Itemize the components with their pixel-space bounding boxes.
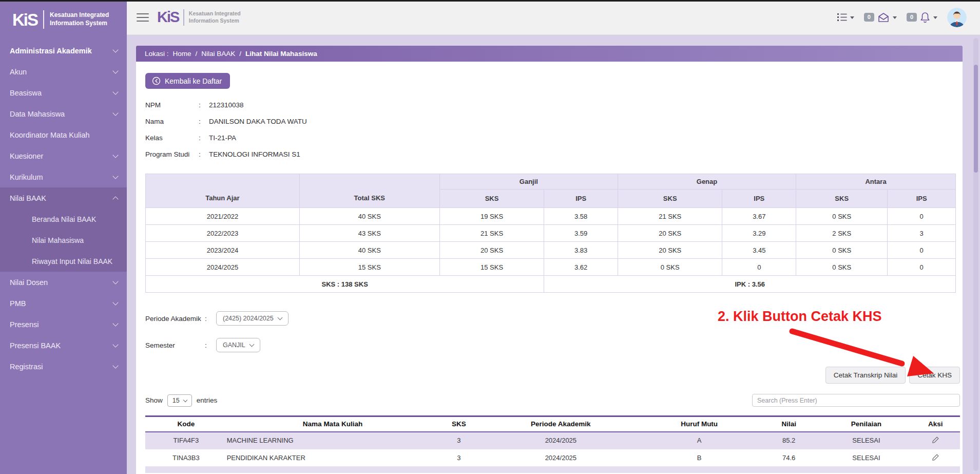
- courses-table: Kode Nama Mata Kuliah SKS Periode Akadem…: [145, 415, 960, 467]
- summary-row: 2022/202343 SKS 21 SKS3.59 20 SKS3.29 2 …: [146, 225, 956, 242]
- sidebar-item-kurikulum[interactable]: Kurikulum: [0, 166, 127, 187]
- chevron-down-icon: [850, 16, 854, 19]
- sidebar-menu: Administrasi Akademik Akun Beasiswa Data…: [0, 35, 127, 377]
- bell-icon: [920, 12, 930, 23]
- breadcrumb-home[interactable]: Home: [173, 50, 191, 58]
- info-row-npm: NPM : 212310038: [145, 97, 960, 113]
- breadcrumb-nilai-baak[interactable]: Nilai BAAK: [201, 50, 235, 58]
- sidebar-logo: KiS Kesatuan Integrated Information Syst…: [0, 0, 127, 35]
- breadcrumb: Lokasi : Home / Nilai BAAK / Lihat Nilai…: [136, 46, 963, 62]
- sidebar-item-beranda-nilai-baak[interactable]: Beranda Nilai BAAK: [0, 208, 127, 230]
- gpa-summary-table: Tahun Ajar Total SKS Ganjil Genap Antara…: [145, 174, 956, 293]
- back-to-list-button[interactable]: Kembali ke Daftar: [145, 73, 230, 89]
- semester-select[interactable]: GANJIL: [216, 338, 260, 352]
- sidebar: KiS Kesatuan Integrated Information Syst…: [0, 0, 127, 474]
- cetak-khs-button[interactable]: Cetak KHS: [909, 367, 960, 384]
- chevron-down-icon: [249, 342, 254, 347]
- sidebar-item-akun[interactable]: Akun: [0, 61, 127, 82]
- info-row-nama: Nama : DANILSON DAKA TODA WATU: [145, 113, 960, 129]
- task-list-menu[interactable]: [837, 13, 854, 22]
- scrollbar-thumb[interactable]: [974, 65, 978, 173]
- col-genap-ips: IPS: [722, 189, 796, 208]
- app-tagline: Kesatuan Integrated Information System: [50, 11, 109, 27]
- sidebar-item-pmb[interactable]: PMB: [0, 293, 127, 314]
- messages-count-badge: 0: [864, 13, 874, 22]
- envelope-icon: [877, 12, 890, 23]
- summary-row: 2023/202440 SKS 20 SKS3.83 20 SKS3.45 0 …: [146, 242, 956, 259]
- ipk-footer: IPK : 3.56: [544, 276, 956, 293]
- search-input[interactable]: [752, 394, 960, 407]
- pencil-icon: [932, 453, 939, 461]
- hamburger-menu-icon[interactable]: [137, 11, 149, 24]
- periode-akademik-select[interactable]: (2425) 2024/2025: [216, 311, 289, 326]
- breadcrumb-prefix: Lokasi :: [145, 50, 169, 58]
- pencil-icon: [932, 436, 939, 444]
- header-actions: 0 0: [837, 8, 980, 27]
- sidebar-item-nilai-mahasiswa[interactable]: Nilai Mahasiswa: [0, 230, 127, 251]
- nama-value: DANILSON DAKA TODA WATU: [209, 118, 307, 125]
- page-size-select[interactable]: 15: [167, 394, 192, 407]
- next-row-clipped: [145, 467, 960, 473]
- chevron-down-icon: [893, 16, 897, 19]
- messages-menu[interactable]: 0: [864, 12, 897, 23]
- sidebar-item-presensi[interactable]: Presensi: [0, 314, 127, 335]
- chevron-down-icon: [112, 363, 118, 368]
- sidebar-item-registrasi[interactable]: Registrasi: [0, 356, 127, 377]
- group-ganjil: Ganjil: [439, 174, 618, 189]
- npm-value: 212310038: [209, 101, 244, 109]
- edit-grade-button[interactable]: [931, 435, 940, 446]
- notifications-menu[interactable]: 0: [907, 12, 937, 23]
- edit-grade-button[interactable]: [931, 452, 940, 464]
- chevron-down-icon: [933, 16, 937, 19]
- col-tahun-ajar: Tahun Ajar: [146, 174, 300, 208]
- chevron-down-icon: [112, 68, 118, 73]
- sidebar-item-administrasi-akademik[interactable]: Administrasi Akademik: [0, 40, 127, 61]
- sidebar-item-nilai-dosen[interactable]: Nilai Dosen: [0, 272, 127, 293]
- summary-row: 2021/202240 SKS 19 SKS3.58 21 SKS3.67 0 …: [146, 208, 956, 225]
- content-card: Kembali ke Daftar NPM : 212310038 Nama :…: [136, 62, 963, 474]
- sidebar-item-nilai-baak[interactable]: Nilai BAAK: [0, 187, 127, 208]
- chevron-down-icon: [277, 315, 282, 320]
- avatar-image: [947, 8, 967, 27]
- chevron-down-icon: [112, 47, 118, 52]
- sidebar-item-data-mahasiswa[interactable]: Data Mahasiswa: [0, 103, 127, 124]
- student-info: NPM : 212310038 Nama : DANILSON DAKA TOD…: [145, 97, 960, 162]
- notifications-count-badge: 0: [907, 13, 917, 22]
- app-tagline: Kesatuan Integrated Information System: [189, 10, 241, 24]
- program-studi-value: TEKNOLOGI INFORMASI S1: [209, 150, 300, 158]
- breadcrumb-current: Lihat Nilai Mahasiswa: [245, 50, 317, 58]
- chevron-down-icon: [112, 173, 118, 179]
- page-size-control: Show 15 entries: [145, 394, 217, 407]
- sidebar-item-koordinator-mata-kuliah[interactable]: Koordinator Mata Kuliah: [0, 124, 127, 145]
- user-avatar[interactable]: [947, 8, 967, 27]
- col-ganjil-ips: IPS: [544, 189, 618, 208]
- window-top-border: [0, 0, 980, 2]
- sidebar-item-kuesioner[interactable]: Kuesioner: [0, 145, 127, 166]
- table-controls: Show 15 entries: [145, 394, 960, 407]
- sidebar-item-beasiswa[interactable]: Beasiswa: [0, 82, 127, 103]
- group-genap: Genap: [618, 174, 796, 189]
- chevron-down-icon: [112, 152, 118, 158]
- col-total-sks: Total SKS: [299, 174, 439, 208]
- main-content: Lokasi : Home / Nilai BAAK / Lihat Nilai…: [127, 35, 980, 474]
- chevron-down-icon: [112, 278, 118, 284]
- chevron-down-icon: [112, 342, 118, 347]
- col-antara-sks: SKS: [796, 189, 888, 208]
- tutorial-annotation-text: 2. Klik Button Cetak KHS: [718, 309, 882, 325]
- col-antara-ips: IPS: [888, 189, 956, 208]
- vertical-scrollbar[interactable]: [973, 38, 978, 471]
- kis-logo: KiS: [12, 11, 37, 28]
- top-header: KiS Kesatuan Integrated Information Syst…: [127, 0, 980, 35]
- semester-filter: Semester : GANJIL: [145, 338, 960, 352]
- logo-divider: [43, 10, 44, 29]
- sidebar-item-presensi-baak[interactable]: Presensi BAAK: [0, 335, 127, 356]
- sidebar-item-riwayat-input-nilai-baak[interactable]: Riwayat Input Nilai BAAK: [0, 251, 127, 272]
- summary-footer: SKS : 138 SKS IPK : 3.56: [146, 276, 956, 293]
- cetak-transkrip-nilai-button[interactable]: Cetak Transkrip Nilai: [825, 367, 906, 384]
- summary-row: 2024/202515 SKS 15 SKS3.62 0 SKS0 0 SKS0: [146, 259, 956, 276]
- col-ganjil-sks: SKS: [439, 189, 544, 208]
- task-list-icon: [837, 13, 847, 22]
- course-row-pendidikan-karakter: TINA3B3 PENDIDIKAN KARAKTER 3 2024/2025 …: [145, 449, 960, 467]
- header-logo: KiS Kesatuan Integrated Information Syst…: [157, 9, 241, 26]
- chevron-down-icon: [112, 320, 118, 326]
